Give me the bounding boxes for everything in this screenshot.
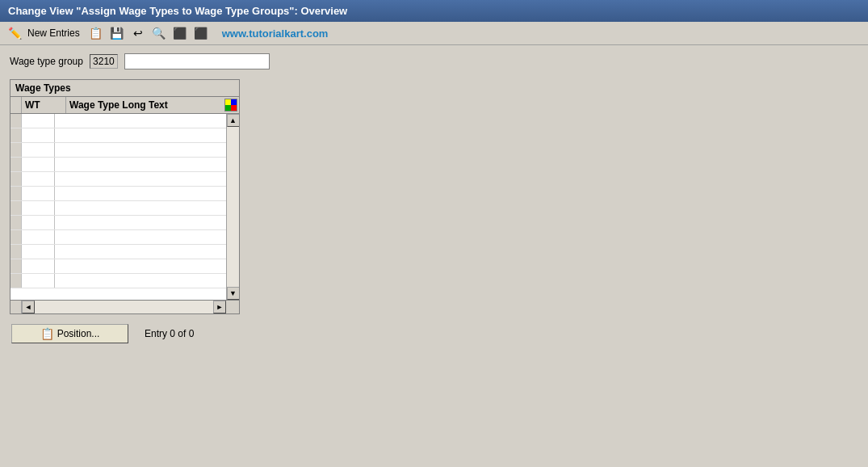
row-selector[interactable] <box>10 172 22 186</box>
scroll-right-button[interactable]: ► <box>213 301 226 313</box>
cell-text <box>55 158 226 171</box>
wage-group-label: Wage type group <box>10 56 83 67</box>
row-selector[interactable] <box>10 274 22 288</box>
wage-group-row: Wage type group 3210 <box>10 53 858 69</box>
title-text: Change View "Assign Wage Types to Wage T… <box>8 5 347 17</box>
horizontal-scrollbar: ◄ ► <box>22 301 226 313</box>
cell-wt <box>22 274 55 288</box>
table-row <box>10 114 226 128</box>
table-row <box>10 172 226 187</box>
cell-text <box>55 216 226 229</box>
cell-wt <box>22 216 55 229</box>
cell-wt <box>22 128 55 142</box>
table-row <box>10 245 226 259</box>
table-row <box>10 143 226 158</box>
toolbar: ✏️ New Entries 📋 💾 ↩ 🔍 ⬛ ⬛ www.tutorialk… <box>0 22 868 45</box>
cell-text <box>55 201 226 215</box>
row-selector[interactable] <box>10 201 22 215</box>
position-btn-icon: 📋 <box>40 327 54 340</box>
table-row <box>10 201 226 216</box>
cell-text <box>55 143 226 157</box>
title-bar: Change View "Assign Wage Types to Wage T… <box>0 0 868 22</box>
wage-group-value: 3210 <box>90 54 118 69</box>
cell-wt <box>22 158 55 171</box>
table-row <box>10 128 226 143</box>
row-selector[interactable] <box>10 158 22 171</box>
row-selector[interactable] <box>10 259 22 273</box>
cell-wt <box>22 245 55 259</box>
position-button-label: Position... <box>57 328 100 339</box>
position-button[interactable]: 📋 Position... <box>11 324 128 343</box>
table-row <box>10 259 226 274</box>
row-selector[interactable] <box>10 230 22 244</box>
cell-text <box>55 172 226 186</box>
edit-icon[interactable]: ✏️ <box>6 25 23 41</box>
cell-wt <box>22 230 55 244</box>
row-selector[interactable] <box>10 128 22 142</box>
scroll-track-h[interactable] <box>35 301 213 313</box>
save-icon[interactable]: 💾 <box>109 25 125 41</box>
row-selector[interactable] <box>10 187 22 200</box>
cell-wt <box>22 114 55 128</box>
cell-wt <box>22 201 55 215</box>
row-selector[interactable] <box>10 245 22 259</box>
col-header-text: Wage Type Long Text <box>66 97 223 113</box>
find-icon[interactable]: 🔍 <box>151 25 167 41</box>
row-selector[interactable] <box>10 216 22 229</box>
copy-icon[interactable]: 📋 <box>88 25 104 41</box>
scroll-left-button[interactable]: ◄ <box>22 301 35 313</box>
cell-text <box>55 114 226 128</box>
table-header: WT Wage Type Long Text <box>10 97 239 114</box>
scroll-down-button[interactable]: ▼ <box>227 287 240 300</box>
table-footer: ◄ ► <box>10 300 239 313</box>
table-row <box>10 216 226 230</box>
new-entries-label: New Entries <box>27 27 80 39</box>
cell-wt <box>22 172 55 186</box>
cell-text <box>55 128 226 142</box>
table-row <box>10 274 226 288</box>
entry-info: Entry 0 of 0 <box>145 328 194 339</box>
cell-text <box>55 274 226 288</box>
cell-text <box>55 187 226 200</box>
undo-icon[interactable]: ↩ <box>130 25 146 41</box>
scroll-up-button[interactable]: ▲ <box>227 114 240 127</box>
table-row <box>10 230 226 245</box>
cell-wt <box>22 187 55 200</box>
wage-group-input[interactable] <box>124 53 270 69</box>
table-row <box>10 187 226 201</box>
row-selector[interactable] <box>10 114 22 128</box>
table-title: Wage Types <box>10 80 239 97</box>
scroll-track-v[interactable] <box>227 127 239 287</box>
watermark: www.tutorialkart.com <box>222 27 329 40</box>
table-section: Wage Types WT Wage Type Long Text <box>10 79 858 314</box>
col-header-wt: WT <box>22 97 66 113</box>
wage-types-table: Wage Types WT Wage Type Long Text <box>10 79 240 314</box>
vertical-scrollbar: ▲ ▼ <box>226 114 239 300</box>
column-config-icon[interactable] <box>223 97 239 113</box>
cell-text <box>55 230 226 244</box>
cell-wt <box>22 143 55 157</box>
table-row <box>10 158 226 172</box>
bottom-area: 📋 Position... Entry 0 of 0 <box>10 324 858 343</box>
row-selector[interactable] <box>10 143 22 157</box>
table-rows <box>10 114 226 300</box>
cell-text <box>55 259 226 273</box>
table-body: ▲ ▼ <box>10 114 239 300</box>
cell-wt <box>22 259 55 273</box>
next-icon[interactable]: ⬛ <box>193 25 209 41</box>
main-content: Wage type group 3210 Wage Types WT Wage … <box>0 45 868 351</box>
cell-text <box>55 245 226 259</box>
prev-icon[interactable]: ⬛ <box>172 25 188 41</box>
